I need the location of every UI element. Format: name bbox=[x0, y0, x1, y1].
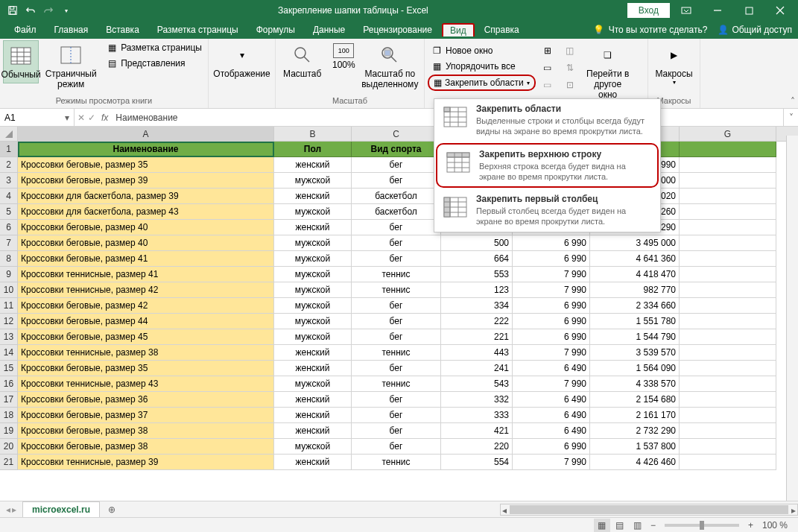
data-cell[interactable] bbox=[680, 314, 776, 329]
row-header[interactable]: 8 bbox=[0, 251, 18, 267]
freeze-panes-button[interactable]: ▦Закрепить области▾ bbox=[428, 75, 536, 91]
data-cell[interactable]: женский bbox=[274, 189, 352, 204]
data-cell[interactable]: 333 bbox=[441, 408, 513, 423]
row-header[interactable]: 18 bbox=[0, 408, 18, 423]
row-header[interactable]: 7 bbox=[0, 235, 18, 251]
data-cell[interactable]: 1 544 790 bbox=[590, 329, 680, 345]
data-cell[interactable]: 7 990 bbox=[513, 345, 590, 361]
data-cell[interactable]: 123 bbox=[441, 282, 513, 298]
row-header[interactable]: 6 bbox=[0, 220, 18, 235]
data-cell[interactable]: 664 bbox=[441, 251, 513, 267]
data-cell[interactable] bbox=[680, 439, 776, 455]
data-cell[interactable]: женский bbox=[274, 455, 352, 470]
column-header[interactable]: G bbox=[680, 127, 776, 141]
data-cell[interactable] bbox=[680, 345, 776, 361]
column-header[interactable]: C bbox=[352, 127, 441, 141]
custom-views-button[interactable]: ▤Представления bbox=[103, 56, 205, 71]
sync-scroll-button[interactable]: ⇅ bbox=[561, 60, 579, 75]
row-header[interactable]: 11 bbox=[0, 298, 18, 314]
row-header[interactable]: 12 bbox=[0, 314, 18, 329]
data-cell[interactable]: 7 990 bbox=[513, 455, 590, 470]
data-cell[interactable]: 4 641 360 bbox=[590, 251, 680, 267]
collapse-ribbon-button[interactable]: ˄ bbox=[791, 96, 795, 107]
tab-pagelayout[interactable]: Разметка страницы bbox=[149, 22, 247, 37]
freeze-first-column-option[interactable]: Закрепить первый столбецПервый столбец в… bbox=[434, 189, 660, 232]
data-cell[interactable]: 500 bbox=[441, 235, 513, 251]
data-cell[interactable]: 443 bbox=[441, 345, 513, 361]
data-cell[interactable] bbox=[680, 282, 776, 298]
data-cell[interactable]: женский bbox=[274, 408, 352, 423]
data-cell[interactable] bbox=[680, 329, 776, 345]
split-button[interactable]: ⊞ bbox=[539, 43, 557, 58]
name-box[interactable]: A1▾ bbox=[0, 109, 75, 126]
data-cell[interactable]: бег bbox=[352, 220, 441, 235]
data-cell[interactable]: 6 990 bbox=[513, 235, 590, 251]
tab-data[interactable]: Данные bbox=[305, 22, 353, 37]
qat-customize[interactable]: ▾ bbox=[58, 2, 75, 19]
expand-formula-button[interactable]: ˅ bbox=[783, 109, 798, 126]
data-cell[interactable]: бег bbox=[352, 314, 441, 329]
data-cell[interactable]: женский bbox=[274, 423, 352, 439]
data-cell[interactable]: баскетбол bbox=[352, 204, 441, 220]
login-button[interactable]: Вход bbox=[627, 3, 670, 18]
data-cell[interactable]: теннис bbox=[352, 282, 441, 298]
data-cell[interactable]: Кроссовки беговые, размер 42 bbox=[18, 298, 274, 314]
data-cell[interactable]: бег bbox=[352, 329, 441, 345]
data-cell[interactable]: бег bbox=[352, 157, 441, 173]
pagebreak-view-button[interactable]: Страничный режим bbox=[40, 40, 101, 92]
data-cell[interactable]: 6 990 bbox=[513, 439, 590, 455]
tell-me-search[interactable]: 💡Что вы хотите сделать? bbox=[593, 25, 708, 35]
zoom-in-button[interactable]: + bbox=[745, 520, 756, 531]
minimize-button[interactable] bbox=[703, 0, 732, 21]
data-cell[interactable]: 553 bbox=[441, 267, 513, 282]
row-header[interactable]: 5 bbox=[0, 204, 18, 220]
data-cell[interactable]: Кроссовки теннисные, размер 38 bbox=[18, 345, 274, 361]
sheet-tab[interactable]: microexcel.ru bbox=[22, 501, 100, 517]
data-cell[interactable]: 421 bbox=[441, 423, 513, 439]
data-cell[interactable]: баскетбол bbox=[352, 189, 441, 204]
data-cell[interactable] bbox=[680, 376, 776, 392]
data-cell[interactable]: 1 537 800 bbox=[590, 439, 680, 455]
data-cell[interactable]: Кроссовки теннисные, размер 41 bbox=[18, 267, 274, 282]
data-cell[interactable]: женский bbox=[274, 345, 352, 361]
row-header[interactable]: 10 bbox=[0, 282, 18, 298]
row-header[interactable]: 9 bbox=[0, 267, 18, 282]
data-cell[interactable]: мужской bbox=[274, 251, 352, 267]
maximize-button[interactable] bbox=[734, 0, 764, 21]
data-cell[interactable]: бег bbox=[352, 173, 441, 189]
row-header[interactable]: 3 bbox=[0, 173, 18, 189]
fx-icon[interactable]: fx bbox=[98, 113, 111, 123]
data-cell[interactable]: мужской bbox=[274, 173, 352, 189]
data-cell[interactable]: бег bbox=[352, 408, 441, 423]
tab-formulas[interactable]: Формулы bbox=[248, 22, 303, 37]
data-cell[interactable]: бег bbox=[352, 423, 441, 439]
data-cell[interactable] bbox=[680, 423, 776, 439]
data-cell[interactable]: Кроссовки теннисные, размер 42 bbox=[18, 282, 274, 298]
data-cell[interactable]: 6 490 bbox=[513, 423, 590, 439]
data-cell[interactable]: Кроссовки беговые, размер 44 bbox=[18, 314, 274, 329]
data-cell[interactable]: женский bbox=[274, 157, 352, 173]
data-cell[interactable]: теннис bbox=[352, 345, 441, 361]
ribbon-options-icon[interactable] bbox=[671, 0, 701, 21]
data-cell[interactable] bbox=[680, 251, 776, 267]
data-cell[interactable]: Кроссовки для баскетбола, размер 43 bbox=[18, 204, 274, 220]
data-cell[interactable]: бег bbox=[352, 392, 441, 408]
share-button[interactable]: 👤Общий доступ bbox=[718, 25, 792, 35]
data-cell[interactable]: Кроссовки беговые, размер 36 bbox=[18, 392, 274, 408]
data-cell[interactable] bbox=[680, 235, 776, 251]
header-cell[interactable]: Наименование bbox=[18, 142, 274, 157]
data-cell[interactable]: Кроссовки беговые, размер 35 bbox=[18, 157, 274, 173]
row-header[interactable]: 4 bbox=[0, 189, 18, 204]
data-cell[interactable]: теннис bbox=[352, 267, 441, 282]
pagelayout-view-icon[interactable]: ▤ bbox=[612, 519, 628, 532]
data-cell[interactable]: мужской bbox=[274, 329, 352, 345]
data-cell[interactable]: бег bbox=[352, 251, 441, 267]
data-cell[interactable]: Кроссовки беговые, размер 40 bbox=[18, 235, 274, 251]
data-cell[interactable]: 554 bbox=[441, 455, 513, 470]
tab-home[interactable]: Главная bbox=[46, 22, 97, 37]
undo-button[interactable] bbox=[22, 2, 39, 19]
data-cell[interactable]: Кроссовки для баскетбола, размер 39 bbox=[18, 189, 274, 204]
row-header[interactable]: 21 bbox=[0, 455, 18, 470]
data-cell[interactable]: 4 418 470 bbox=[590, 267, 680, 282]
data-cell[interactable] bbox=[680, 204, 776, 220]
